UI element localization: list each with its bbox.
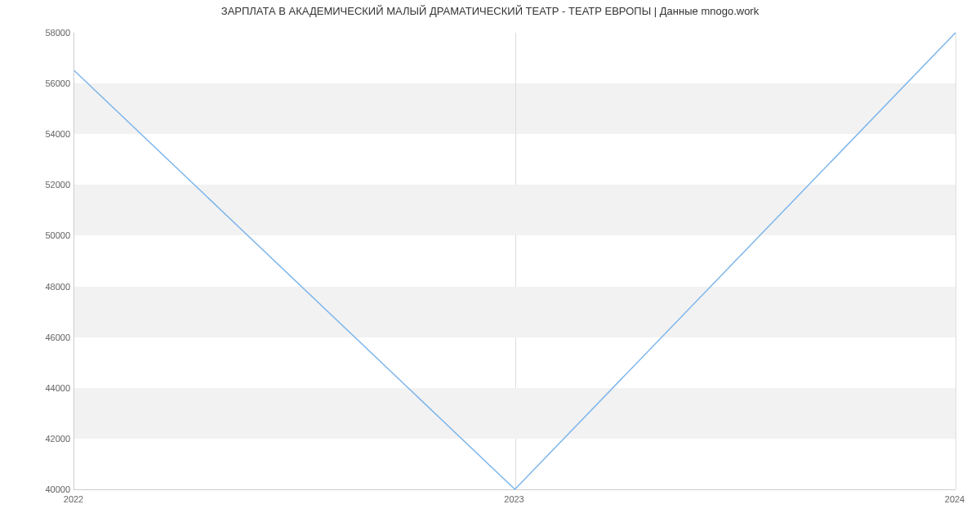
chart-title: ЗАРПЛАТА В АКАДЕМИЧЕСКИЙ МАЛЫЙ ДРАМАТИЧЕ… xyxy=(0,5,980,17)
x-tick-label: 2023 xyxy=(504,494,523,504)
y-tick-label: 42000 xyxy=(45,434,70,444)
x-tick-label: 2024 xyxy=(945,494,964,504)
y-tick-label: 56000 xyxy=(45,78,70,88)
y-tick-label: 44000 xyxy=(45,383,70,393)
y-tick-label: 52000 xyxy=(45,180,70,190)
grid-vline xyxy=(956,33,956,489)
series-line-layer xyxy=(74,33,956,489)
y-tick-label: 46000 xyxy=(45,332,70,342)
salary-series-line xyxy=(74,33,956,489)
y-tick-label: 58000 xyxy=(45,28,70,38)
y-tick-label: 40000 xyxy=(45,484,70,494)
x-tick-label: 2022 xyxy=(64,494,83,504)
y-tick-label: 54000 xyxy=(45,129,70,139)
y-tick-label: 50000 xyxy=(45,230,70,240)
salary-line-chart: ЗАРПЛАТА В АКАДЕМИЧЕСКИЙ МАЛЫЙ ДРАМАТИЧЕ… xyxy=(0,0,980,531)
y-tick-label: 48000 xyxy=(45,282,70,292)
plot-area xyxy=(74,33,956,490)
